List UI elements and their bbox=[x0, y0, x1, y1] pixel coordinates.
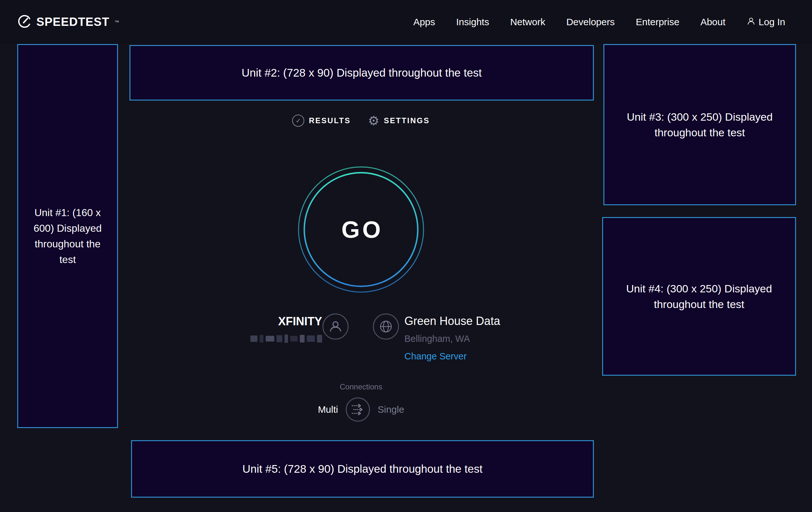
results-tab-label: RESULTS bbox=[309, 116, 350, 125]
connections-title: Connections bbox=[329, 382, 393, 392]
gear-icon: ⚙ bbox=[368, 114, 379, 127]
brand-trademark: ™ bbox=[115, 20, 119, 25]
nav-item-network[interactable]: Network bbox=[510, 17, 545, 27]
person-icon bbox=[328, 320, 343, 333]
connections-multi-option[interactable]: Multi bbox=[318, 404, 338, 415]
globe-icon bbox=[379, 319, 393, 334]
nav-item-apps[interactable]: Apps bbox=[413, 17, 435, 27]
ad-unit-5-leaderboard[interactable]: Unit #5: (728 x 90) Displayed throughout… bbox=[131, 440, 594, 497]
tabs-row: ✓ RESULTS ⚙ SETTINGS bbox=[265, 114, 457, 127]
connections-single-option[interactable]: Single bbox=[378, 404, 404, 415]
top-nav-bar: SPEEDTEST ™ Apps Insights Network Develo… bbox=[0, 0, 812, 44]
connections-mode-icon-button[interactable] bbox=[346, 397, 370, 422]
ad-unit-5-label: Unit #5: (728 x 90) Displayed throughout… bbox=[242, 462, 483, 475]
go-button[interactable]: GO bbox=[297, 166, 425, 293]
tab-settings[interactable]: ⚙ SETTINGS bbox=[368, 114, 430, 127]
brand-name: SPEEDTEST bbox=[36, 15, 109, 29]
isp-name: XFINITY bbox=[242, 315, 322, 328]
redacted-ip-blocks bbox=[250, 334, 322, 343]
multi-connection-arrows-icon bbox=[351, 403, 365, 415]
tab-results[interactable]: ✓ RESULTS bbox=[292, 115, 350, 127]
speedometer-icon bbox=[17, 14, 32, 30]
ad-unit-3-rectangle[interactable]: Unit #3: (300 x 250) Displayed throughou… bbox=[603, 44, 796, 205]
server-info: Green House Data Bellingham, WA Change S… bbox=[404, 315, 500, 362]
ad-unit-1-label: Unit #1: (160 x 600) Displayed throughou… bbox=[28, 205, 108, 268]
ad-unit-4-rectangle[interactable]: Unit #4: (300 x 250) Displayed throughou… bbox=[602, 217, 796, 376]
nav-item-enterprise[interactable]: Enterprise bbox=[636, 17, 679, 27]
login-label: Log In bbox=[759, 17, 785, 27]
check-circle-icon: ✓ bbox=[292, 115, 304, 127]
user-icon bbox=[747, 17, 756, 28]
change-server-link[interactable]: Change Server bbox=[404, 351, 500, 362]
server-name: Green House Data bbox=[404, 315, 500, 328]
go-button-label: GO bbox=[297, 166, 425, 293]
ad-unit-2-leaderboard[interactable]: Unit #2: (728 x 90) Displayed throughout… bbox=[129, 45, 594, 101]
speedtest-logo[interactable]: SPEEDTEST ™ bbox=[17, 14, 119, 30]
ad-unit-3-label: Unit #3: (300 x 250) Displayed throughou… bbox=[620, 109, 780, 140]
settings-tab-label: SETTINGS bbox=[384, 116, 430, 125]
ad-unit-2-label: Unit #2: (728 x 90) Displayed throughout… bbox=[242, 66, 482, 79]
main-nav: Apps Insights Network Developers Enterpr… bbox=[413, 17, 785, 28]
nav-item-insights[interactable]: Insights bbox=[456, 17, 489, 27]
server-globe-icon bbox=[373, 314, 399, 340]
ad-unit-1-skyscraper[interactable]: Unit #1: (160 x 600) Displayed throughou… bbox=[17, 44, 118, 428]
speedtest-page: SPEEDTEST ™ Apps Insights Network Develo… bbox=[0, 0, 812, 512]
nav-item-about[interactable]: About bbox=[700, 17, 725, 27]
nav-item-developers[interactable]: Developers bbox=[567, 17, 615, 27]
server-location: Bellingham, WA bbox=[404, 333, 500, 344]
ad-unit-4-label: Unit #4: (300 x 250) Displayed throughou… bbox=[619, 281, 779, 312]
login-button[interactable]: Log In bbox=[747, 17, 785, 28]
connections-toggle: Multi Single bbox=[297, 397, 425, 422]
isp-avatar-icon bbox=[322, 314, 349, 340]
